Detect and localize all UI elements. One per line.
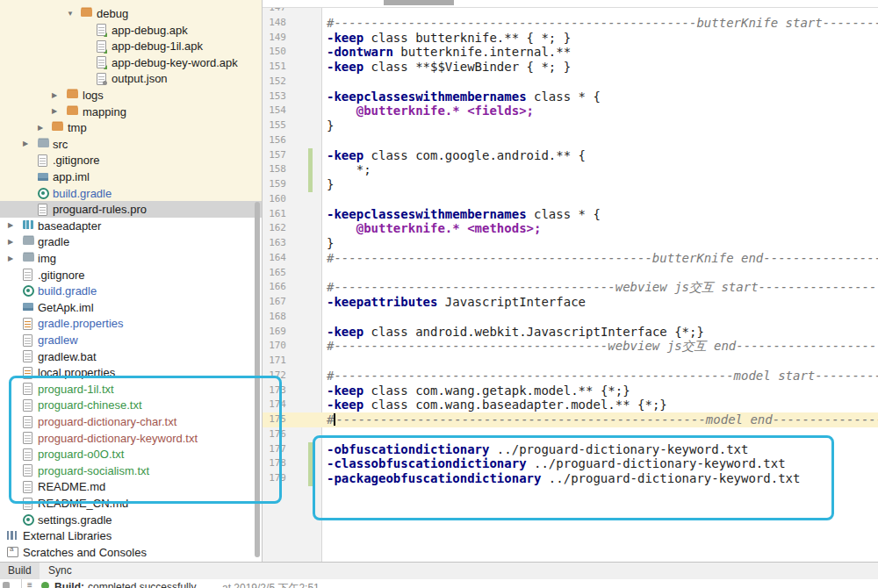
editor-tab-fragment[interactable] xyxy=(384,0,454,5)
folder-orange-icon xyxy=(67,107,78,115)
file-icon xyxy=(23,448,32,461)
tree-row-proguard-chinese-txt[interactable]: proguard-chinese.txt xyxy=(0,397,262,413)
tree-row-app-debug-key-word-apk[interactable]: app-debug-key-word.apk xyxy=(0,54,262,71)
tree-row-gradle-properties[interactable]: gradle.properties xyxy=(0,315,262,332)
code-line-148[interactable]: #---------------------------------------… xyxy=(327,16,878,31)
tree-row-proguard-rules-pro[interactable]: proguard-rules.pro xyxy=(0,201,262,218)
code-line-153[interactable]: -keepclasseswithmembernames class * { xyxy=(327,90,878,104)
tree-row-readme-cn-md[interactable]: README_CN.md xyxy=(0,495,262,512)
code-line-156[interactable] xyxy=(327,133,878,148)
code-line-160[interactable] xyxy=(327,192,878,207)
tree-scrollbar-thumb[interactable] xyxy=(255,202,260,557)
code-line-174[interactable]: -keep class com.wang.baseadapter.model.*… xyxy=(327,398,878,412)
tree-row-gradlew-bat[interactable]: gradlew.bat xyxy=(0,348,262,365)
chevron-right-icon[interactable]: ▶ xyxy=(8,255,13,262)
code-line-159[interactable]: } xyxy=(327,177,878,192)
tool-window-icon[interactable] xyxy=(3,582,10,588)
tree-row-proguard-o0o-txt[interactable]: proguard-o0O.txt xyxy=(0,446,262,463)
code-line-178[interactable]: -classobfuscationdictionary ../proguard-… xyxy=(327,456,878,471)
code-area[interactable]: #---------------------------------------… xyxy=(327,1,878,486)
tree-row-build-gradle[interactable]: build.gradle xyxy=(0,185,262,202)
code-line-175[interactable]: #---------------------------------------… xyxy=(327,412,878,427)
code-token xyxy=(327,221,356,235)
filter-icon[interactable]: ≡ xyxy=(27,580,32,588)
folder-gray-icon xyxy=(38,140,49,147)
code-line-179[interactable]: -packageobfuscationdictionary ../proguar… xyxy=(327,471,878,486)
chevron-right-icon[interactable]: ▶ xyxy=(52,91,57,99)
code-line-149[interactable]: -keep class butterknife.** { *; } xyxy=(327,31,878,46)
code-line-171[interactable] xyxy=(327,354,878,369)
tree-row-app-debug-apk[interactable]: app-debug.apk xyxy=(0,22,262,39)
file-icon xyxy=(38,204,47,216)
module-icon xyxy=(23,220,33,229)
file-json-icon xyxy=(97,73,106,85)
code-line-177[interactable]: -obfuscationdictionary ../proguard-dicti… xyxy=(327,442,878,457)
tree-row--gitignore[interactable]: .gitignore xyxy=(0,152,262,169)
tree-row-gradle[interactable]: ▶gradle xyxy=(0,233,262,250)
tree-row-build-gradle[interactable]: build.gradle xyxy=(0,283,262,299)
tree-row--gitignore[interactable]: .gitignore xyxy=(0,267,262,283)
chevron-right-icon[interactable]: ▶ xyxy=(23,140,28,147)
code-line-172[interactable]: #---------------------------------------… xyxy=(327,369,878,384)
chevron-right-icon[interactable]: ▶ xyxy=(8,221,13,229)
tree-row-external-libraries[interactable]: External Libraries xyxy=(0,527,262,544)
line-number: 179 xyxy=(263,471,286,486)
tree-row-debug[interactable]: ▼debug xyxy=(0,5,262,22)
tab-build[interactable]: Build xyxy=(0,563,40,579)
file-icon xyxy=(23,464,32,477)
code-line-167[interactable]: -keepattributes JavascriptInterface xyxy=(327,295,878,310)
chevron-down-icon[interactable]: ▼ xyxy=(67,10,74,18)
tab-sync[interactable]: Sync xyxy=(40,563,80,579)
code-token: class **$$ViewBinder { *; } xyxy=(363,60,571,74)
code-line-155[interactable]: } xyxy=(327,118,878,133)
code-line-152[interactable] xyxy=(327,75,878,90)
code-line-158[interactable]: *; xyxy=(327,162,878,177)
tree-row-gradlew[interactable]: gradlew xyxy=(0,332,262,348)
code-token xyxy=(327,104,356,118)
line-number: 176 xyxy=(263,427,286,442)
code-token: ----------------------------------------… xyxy=(335,412,878,427)
code-line-162[interactable]: @butterknife.* <methods>; xyxy=(327,221,878,236)
tree-row-proguard-dictionary-char-txt[interactable]: proguard-dictionary-char.txt xyxy=(0,413,262,430)
editor-panel[interactable]: 1471481491501511521531541551561571581591… xyxy=(263,0,878,562)
tree-label: build.gradle xyxy=(38,284,97,298)
code-line-165[interactable] xyxy=(327,266,878,281)
tree-row-proguard-1il-txt[interactable]: proguard-1il.txt xyxy=(0,381,262,398)
code-line-170[interactable]: #-------------------------------------we… xyxy=(327,339,878,354)
code-line-164[interactable]: #---------------------------------------… xyxy=(327,251,878,266)
tree-row-proguard-socialism-txt[interactable]: proguard-socialism.txt xyxy=(0,463,262,479)
chevron-right-icon[interactable]: ▶ xyxy=(52,107,57,115)
file-icon xyxy=(23,432,32,444)
tree-row-proguard-dictionary-keyword-txt[interactable]: proguard-dictionary-keyword.txt xyxy=(0,430,262,447)
code-line-176[interactable] xyxy=(327,427,878,442)
code-line-169[interactable]: -keep class android.webkit.JavascriptInt… xyxy=(327,325,878,340)
tree-row-readme-md[interactable]: README.md xyxy=(0,478,262,495)
tree-row-local-properties[interactable]: local.properties xyxy=(0,364,262,381)
tree-row-img[interactable]: ▶img xyxy=(0,250,262,267)
tree-row-scratches-and-consoles[interactable]: Scratches and Consoles xyxy=(0,544,262,561)
tree-row-mapping[interactable]: ▶mapping xyxy=(0,104,262,120)
chevron-right-icon[interactable]: ▶ xyxy=(38,124,43,132)
chevron-right-icon[interactable]: ▶ xyxy=(8,238,13,246)
code-line-150[interactable]: -dontwarn butterknife.internal.** xyxy=(327,45,878,60)
tree-row-settings-gradle[interactable]: settings.gradle xyxy=(0,512,262,528)
tree-row-baseadapter[interactable]: ▶baseadapter xyxy=(0,218,262,234)
code-line-163[interactable]: } xyxy=(327,236,878,251)
code-line-161[interactable]: -keepclasseswithmembernames class * { xyxy=(327,207,878,222)
tree-label: build.gradle xyxy=(53,187,112,200)
code-line-166[interactable]: #--------------------------------------w… xyxy=(327,280,878,295)
tree-row-logs[interactable]: ▶logs xyxy=(0,87,262,104)
code-line-173[interactable]: -keep class com.wang.getapk.model.** {*;… xyxy=(327,384,878,398)
tree-row-app-iml[interactable]: app.iml xyxy=(0,169,262,185)
code-line-157[interactable]: -keep class com.google.android.** { xyxy=(327,148,878,163)
tree-row-app-debug-1il-apk[interactable]: app-debug-1il.apk xyxy=(0,38,262,54)
code-line-154[interactable]: @butterknife.* <fields>; xyxy=(327,104,878,118)
code-line-168[interactable] xyxy=(327,310,878,325)
tree-row-output-json[interactable]: output.json xyxy=(0,70,262,87)
tree-row-src[interactable]: ▶src xyxy=(0,136,262,153)
tree-row-tmp[interactable]: ▶tmp xyxy=(0,119,262,136)
tree-row-getapk-iml[interactable]: GetApk.iml xyxy=(0,299,262,316)
code-line-151[interactable]: -keep class **$$ViewBinder { *; } xyxy=(327,60,878,75)
code-token: -keepattributes xyxy=(327,295,437,309)
line-number: 172 xyxy=(263,369,286,384)
